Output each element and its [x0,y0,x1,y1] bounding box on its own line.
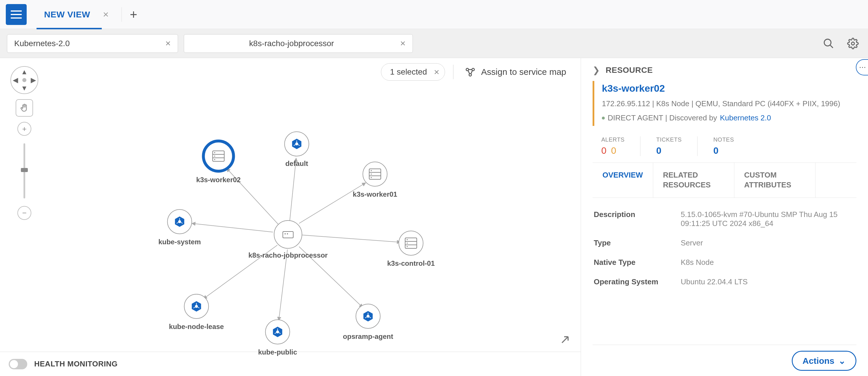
node-k3s-worker01[interactable]: k3s-worker01 [353,162,397,198]
edge [279,250,288,321]
pan-center-icon[interactable] [22,78,26,82]
node-kube-public[interactable]: kube-public [258,320,297,356]
stat-notes[interactable]: NOTES 0 [698,136,749,156]
svg-point-3 [466,68,468,71]
chevron-down-icon: ⌄ [838,356,846,366]
filter-chip-resource[interactable]: k8s-racho-jobprocessor × [184,34,413,53]
svg-point-20 [287,233,288,234]
svg-text:k3s-worker01: k3s-worker01 [353,190,397,198]
svg-text:opsramp-agent: opsramp-agent [343,332,393,340]
filter-bar: Kubernetes-2.0 × k8s-racho-jobprocessor … [0,29,868,58]
filter-chip-integration[interactable]: Kubernetes-2.0 × [7,34,178,53]
svg-point-22 [204,141,234,171]
node-center[interactable]: k8s-racho-jobprocessor [248,221,328,259]
node-k3s-worker02[interactable]: k3s-worker02 [196,141,241,184]
node-k3s-control-01[interactable]: k3s-control-01 [387,231,435,267]
canvas-nav-controls: ▲ ▼ ◀ ▶ + − [10,66,38,220]
tab-overview[interactable]: OVERVIEW [593,163,653,198]
prop-description: Description 5.15.0-1065-kvm #70-Ubuntu S… [594,205,855,233]
close-icon[interactable]: × [392,38,406,49]
edge [192,223,273,232]
topology-graph: k8s-racho-jobprocessor k3s-worker02 defa… [0,58,581,376]
chevron-right-icon: ❯ [593,65,600,75]
svg-text:default: default [285,160,308,167]
pan-down-icon[interactable]: ▼ [21,85,28,92]
clear-selection-icon[interactable]: × [434,67,439,78]
pan-left-icon[interactable]: ◀ [13,77,18,84]
alerts-critical: 0 [601,145,607,156]
panel-tabs: OVERVIEW RELATED RESOURCES CUSTOM ATTRIB… [593,163,857,198]
discovery-prefix: DIRECT AGENT | Discovered by [608,113,717,122]
node-opsramp-agent[interactable]: opsramp-agent [343,304,393,340]
assign-service-map-button[interactable]: Assign to service map [462,64,569,80]
filter-chip-label: Kubernetes-2.0 [14,39,69,48]
selection-count: 1 selected [390,67,427,77]
prop-key: Operating System [594,277,681,286]
close-icon[interactable]: × [157,38,171,49]
pan-control[interactable]: ▲ ▼ ◀ ▶ [10,66,38,94]
tab-custom-attributes[interactable]: CUSTOM ATTRIBUTES [734,163,815,198]
prop-type: Type Server [594,233,855,253]
resource-summary: k3s-worker02 172.26.95.112 | K8s Node | … [593,81,857,126]
search-icon[interactable] [820,35,837,52]
overview-properties: Description 5.15.0-1065-kvm #70-Ubuntu S… [593,198,857,292]
prop-key: Description [594,210,681,228]
stat-label: NOTES [713,136,734,143]
edge [299,183,366,223]
actions-label: Actions [803,356,834,366]
new-tab-button[interactable]: + [124,7,143,22]
prop-value: 5.15.0-1065-kvm #70-Ubuntu SMP Thu Aug 1… [681,210,855,228]
top-tab-bar: NEW VIEW × + [0,0,868,29]
collapse-panel-icon[interactable] [560,335,570,348]
prop-key: Native Type [594,258,681,267]
svg-text:kube-system: kube-system [158,238,201,246]
tickets-count: 0 [656,145,661,156]
panel-title: RESOURCE [606,65,653,75]
filter-chip-label: k8s-racho-jobprocessor [191,39,392,48]
node-kube-system[interactable]: kube-system [158,209,201,246]
svg-point-2 [851,42,855,45]
more-options-icon[interactable]: ⋯ [856,59,868,76]
zoom-out-button[interactable]: − [18,206,31,220]
stat-tickets[interactable]: TICKETS 0 [641,136,698,156]
node-kube-node-lease[interactable]: kube-node-lease [169,294,224,330]
grab-mode-button[interactable] [16,99,33,117]
panel-header[interactable]: ❯ RESOURCE [593,65,857,81]
pan-right-icon[interactable]: ▶ [31,77,36,84]
gear-icon[interactable] [845,35,861,52]
main-menu-button[interactable] [6,4,27,25]
map-icon [464,66,476,78]
prop-value: Server [681,238,855,248]
prop-operating-system: Operating System Ubuntu 22.04.4 LTS [594,272,855,292]
tab-close-icon[interactable]: × [103,9,109,20]
resource-subtitle: 172.26.95.112 | K8s Node | QEMU, Standar… [602,98,857,109]
svg-point-26 [363,162,387,186]
zoom-slider[interactable] [24,143,25,198]
edge [290,158,296,221]
actions-button[interactable]: Actions ⌄ [792,351,857,371]
prop-key: Type [594,238,681,248]
tab-label: NEW VIEW [44,9,90,20]
resource-panel: ⋯ ❯ RESOURCE k3s-worker02 172.26.95.112 … [581,58,868,376]
prop-value: Ubuntu 22.04.4 LTS [681,277,855,286]
discovery-link[interactable]: Kubernetes 2.0 [720,113,771,122]
svg-point-19 [285,233,286,234]
resource-name[interactable]: k3s-worker02 [602,83,857,94]
hand-icon [20,103,29,113]
stat-label: TICKETS [656,136,682,143]
health-toggle[interactable] [9,359,27,369]
tab-related-resources[interactable]: RELATED RESOURCES [653,163,734,198]
svg-point-5 [469,74,471,76]
zoom-handle[interactable] [21,168,28,172]
notes-count: 0 [713,145,718,156]
separator [453,65,454,79]
svg-text:kube-public: kube-public [258,348,297,356]
zoom-in-button[interactable]: + [18,122,31,136]
stat-alerts[interactable]: ALERTS 0 0 [601,136,641,156]
svg-text:k8s-racho-jobprocessor: k8s-racho-jobprocessor [248,251,328,259]
node-default[interactable]: default [285,132,309,167]
tab-new-view[interactable]: NEW VIEW × [34,0,119,29]
assign-label: Assign to service map [481,67,566,77]
pan-up-icon[interactable]: ▲ [21,68,28,76]
topology-canvas[interactable]: 1 selected × Assign to service map ▲ ▼ ◀… [0,58,581,376]
